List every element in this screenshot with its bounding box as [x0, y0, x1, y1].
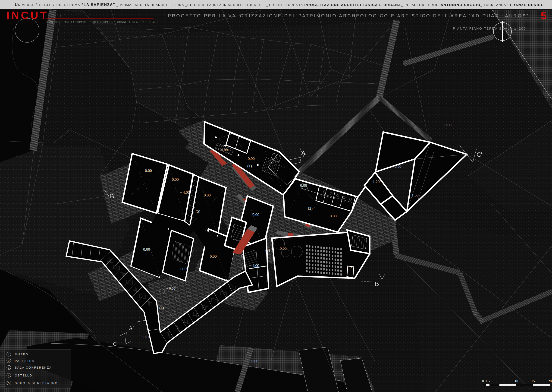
svg-text:SALA CONFERENZA: SALA CONFERENZA: [15, 366, 52, 369]
svg-text:− 4.00: − 4.00: [249, 263, 259, 268]
svg-text:0.00: 0.00: [252, 212, 259, 217]
svg-text:OSTELLO: OSTELLO: [15, 374, 32, 377]
svg-text:C: C: [113, 341, 117, 347]
svg-text:0.00: 0.00: [280, 246, 287, 251]
svg-text:B: B: [375, 280, 379, 287]
svg-text:0.00: 0.00: [445, 123, 451, 127]
svg-text:− 4.00: − 4.00: [218, 147, 228, 152]
svg-text:0.00: 0.00: [330, 214, 337, 218]
svg-text:COME SFONDARE LA SUPERFICIE DE: COME SFONDARE LA SUPERFICIE DELLO SPAZIO…: [46, 21, 159, 23]
svg-text:1: 1: [485, 379, 487, 383]
svg-text:0.00: 0.00: [144, 335, 151, 339]
svg-text:INCUT: INCUT: [7, 9, 49, 21]
svg-text:(3): (3): [265, 248, 270, 252]
svg-text:(1): (1): [247, 164, 252, 168]
svg-text:5: 5: [8, 381, 10, 385]
svg-text:15: 15: [531, 379, 535, 383]
svg-text:A: A: [301, 149, 306, 156]
svg-text:10: 10: [515, 379, 518, 383]
svg-text:PALESTRA: PALESTRA: [15, 359, 34, 363]
svg-text:2: 2: [8, 359, 10, 363]
svg-text:B: B: [110, 193, 114, 200]
svg-text:− 1.20: − 1.20: [370, 180, 380, 184]
svg-text:(4): (4): [159, 306, 164, 310]
svg-text:(2): (2): [308, 206, 313, 210]
svg-text:MUSEO: MUSEO: [15, 353, 28, 356]
svg-text:0: 0: [482, 379, 484, 383]
svg-text:0.00: 0.00: [251, 359, 258, 363]
svg-text:0.00: 0.00: [145, 168, 152, 173]
svg-text:A': A': [129, 325, 134, 331]
svg-text:PROGETTO PER LA VALORIZZAZIONE: PROGETTO PER LA VALORIZZAZIONE DEL PATRI…: [168, 13, 529, 18]
svg-text:0.00: 0.00: [210, 254, 217, 259]
svg-text:1: 1: [8, 353, 10, 356]
svg-text:− 4.00: − 4.00: [180, 190, 190, 195]
svg-text:(5): (5): [196, 209, 200, 214]
svg-text:− 2.50: − 2.50: [344, 265, 354, 269]
svg-text:0.00: 0.00: [143, 247, 150, 252]
svg-text:0.00: 0.00: [300, 183, 307, 188]
svg-text:5: 5: [498, 379, 500, 383]
svg-text:SCUOLA DI RESTAURO: SCUOLA DI RESTAURO: [15, 382, 58, 385]
svg-text:+ 0.50: + 0.50: [166, 287, 175, 290]
svg-text:+1.00: +1.00: [180, 267, 188, 271]
svg-text:5: 5: [541, 10, 547, 22]
svg-text:PIANTA PIANO TERRA SCALA 1_200: PIANTA PIANO TERRA SCALA 1_200: [453, 27, 526, 30]
svg-text:3: 3: [8, 366, 10, 369]
svg-text:0.00: 0.00: [172, 177, 179, 182]
svg-text:C': C': [476, 151, 482, 158]
svg-text:4: 4: [8, 374, 10, 377]
svg-text:+ 0.50: + 0.50: [391, 164, 401, 169]
svg-text:UNIVERSITÀ DEGLI STUDI DI ROMA: UNIVERSITÀ DEGLI STUDI DI ROMA “LA SAPIE…: [15, 3, 544, 7]
svg-text:− 1.50: − 1.50: [408, 193, 419, 197]
svg-text:20: 20: [548, 379, 552, 383]
svg-text:2: 2: [489, 379, 490, 383]
svg-text:0.00: 0.00: [248, 156, 255, 161]
svg-text:0.00: 0.00: [204, 193, 211, 197]
